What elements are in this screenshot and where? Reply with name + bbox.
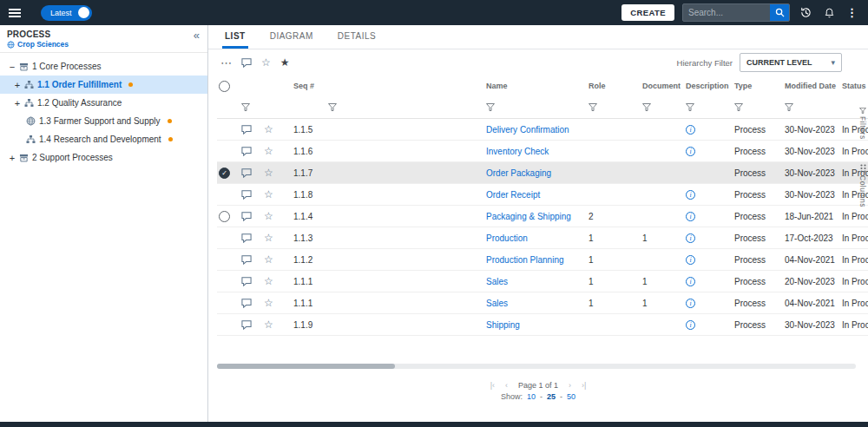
col-header-description[interactable]: Description [681, 82, 729, 90]
tree-item-research-and-development[interactable]: 1.4 Research and Development [0, 130, 207, 148]
favorite-outline-icon[interactable]: ☆ [261, 57, 271, 68]
table-row[interactable]: ☆ 1.1.8 Order Receipt i Process 30-Nov-2… [217, 184, 868, 206]
comment-icon[interactable] [241, 299, 252, 308]
table-row[interactable]: ☆ 1.1.1 Sales 1 1 i Process 04-Nov-2021 … [217, 292, 868, 314]
search-input[interactable] [683, 8, 770, 17]
table-row-hovered[interactable]: ☆ 1.1.4 Packaging & Shipping 2 i Process… [217, 206, 868, 227]
filter-funnel-icon[interactable] [486, 103, 495, 111]
horizontal-scrollbar-track[interactable] [217, 364, 856, 369]
first-page-icon[interactable]: |‹ [490, 381, 495, 390]
table-row-selected[interactable]: ✓ ☆ 1.1.7 Order Packaging Process 30-Nov… [217, 162, 868, 184]
process-link[interactable]: Shipping [486, 320, 520, 330]
col-header-seq[interactable]: Seq # [288, 82, 474, 90]
process-link[interactable]: Order Packaging [486, 168, 551, 178]
filter-funnel-icon[interactable] [686, 103, 694, 111]
tab-list[interactable]: LIST [222, 25, 248, 49]
row-select-radio[interactable] [219, 211, 230, 222]
favorite-filled-icon[interactable]: ★ [280, 57, 290, 68]
tab-details[interactable]: DETAILS [335, 25, 378, 49]
table-row[interactable]: ☆ 1.1.1 Sales 1 1 i Process 20-Nov-2023 … [217, 271, 868, 292]
table-row[interactable]: ☆ 1.1.5 Delivery Confirmation i Process … [217, 119, 868, 141]
process-link[interactable]: Sales [486, 277, 508, 286]
columns-panel-toggle[interactable]: Columns [858, 164, 867, 207]
star-icon[interactable]: ☆ [264, 298, 273, 308]
comment-icon[interactable] [241, 320, 252, 330]
info-icon[interactable]: i [686, 277, 695, 286]
filter-funnel-icon[interactable] [328, 103, 337, 111]
info-icon[interactable]: i [686, 147, 695, 156]
filter-funnel-icon[interactable] [241, 103, 250, 111]
filter-funnel-icon[interactable] [589, 103, 597, 111]
info-icon[interactable]: i [686, 255, 695, 265]
organization-row[interactable]: Crop Sciences [7, 40, 201, 49]
process-link[interactable]: Delivery Confirmation [486, 125, 569, 135]
info-icon[interactable]: i [686, 233, 695, 243]
tree-item-support-processes[interactable]: + 2 Support Processes [0, 148, 207, 167]
horizontal-scrollbar-thumb[interactable] [217, 364, 395, 369]
star-icon[interactable]: ☆ [264, 168, 273, 178]
filter-funnel-icon[interactable] [734, 103, 743, 111]
table-row[interactable]: ☆ 1.1.3 Production 1 1 i Process 17-Oct-… [217, 227, 868, 249]
info-icon[interactable]: i [686, 212, 695, 221]
notifications-button[interactable] [822, 5, 837, 21]
select-all-radio[interactable] [219, 81, 230, 92]
process-link[interactable]: Inventory Check [486, 147, 549, 156]
comment-icon[interactable] [241, 147, 252, 156]
col-header-documents[interactable]: Documents [630, 82, 681, 90]
hierarchy-filter-dropdown[interactable]: CURRENT LEVEL ▾ [740, 53, 842, 72]
comment-icon[interactable] [241, 255, 252, 265]
table-row[interactable]: ☆ 1.1.6 Inventory Check i Process 30-Nov… [217, 141, 868, 162]
tab-diagram[interactable]: DIAGRAM [267, 25, 316, 49]
col-header-status[interactable]: Status [837, 82, 868, 90]
process-link[interactable]: Production [486, 233, 528, 243]
comment-icon[interactable] [241, 277, 252, 286]
tree-item-quality-assurance[interactable]: + 1.2 Quality Assurance [0, 94, 207, 112]
tree-expander-icon[interactable]: + [14, 80, 21, 90]
comment-icon[interactable] [241, 212, 252, 221]
col-header-name[interactable]: Name [474, 82, 576, 90]
info-icon[interactable]: i [686, 299, 695, 308]
star-icon[interactable]: ☆ [264, 124, 273, 135]
process-link[interactable]: Order Receipt [486, 190, 540, 200]
tree-item-core-processes[interactable]: − 1 Core Processes [0, 57, 207, 76]
page-size-50[interactable]: 50 [567, 392, 575, 401]
last-page-icon[interactable]: ›| [582, 381, 586, 390]
filters-panel-toggle[interactable]: Filters [858, 108, 867, 140]
process-link[interactable]: Sales [486, 299, 508, 308]
process-link[interactable]: Packaging & Shipping [486, 212, 571, 221]
star-icon[interactable]: ☆ [264, 276, 273, 286]
next-page-icon[interactable]: › [569, 381, 571, 390]
info-icon[interactable]: i [686, 190, 695, 200]
info-icon[interactable]: i [686, 320, 695, 330]
star-icon[interactable]: ☆ [264, 189, 273, 200]
star-icon[interactable]: ☆ [264, 254, 273, 265]
comment-icon[interactable] [241, 125, 252, 135]
tree-item-order-fulfillment[interactable]: + 1.1 Order Fulfillment [0, 76, 207, 94]
tree-expander-icon[interactable]: − [9, 62, 16, 72]
star-icon[interactable]: ☆ [264, 211, 273, 221]
star-icon[interactable]: ☆ [264, 233, 273, 243]
process-link[interactable]: Production Planning [486, 255, 564, 265]
history-button[interactable] [798, 4, 814, 21]
info-icon[interactable]: i [686, 125, 695, 135]
create-button[interactable]: CREATE [621, 4, 674, 21]
search-button[interactable] [770, 3, 789, 22]
star-icon[interactable]: ☆ [264, 146, 273, 156]
col-header-modified-date[interactable]: Modified Date [779, 82, 837, 90]
page-size-25[interactable]: 25 [547, 392, 556, 401]
menu-icon[interactable] [9, 9, 21, 17]
collapse-sidebar-icon[interactable]: « [194, 29, 200, 42]
filter-funnel-icon[interactable] [785, 103, 793, 111]
tree-expander-icon[interactable]: + [9, 153, 16, 163]
comment-icon[interactable] [241, 233, 252, 243]
prev-page-icon[interactable]: ‹ [505, 381, 508, 390]
star-icon[interactable]: ☆ [264, 319, 273, 330]
col-header-type[interactable]: Type [729, 82, 779, 90]
col-header-role[interactable]: Role [576, 82, 630, 90]
overflow-menu-button[interactable]: ⋮ [845, 4, 859, 21]
selected-check-icon[interactable]: ✓ [219, 168, 230, 179]
comments-icon[interactable] [241, 58, 252, 68]
filter-funnel-icon[interactable] [642, 103, 651, 111]
latest-toggle[interactable]: Latest [41, 5, 92, 21]
comment-icon[interactable] [241, 168, 252, 178]
